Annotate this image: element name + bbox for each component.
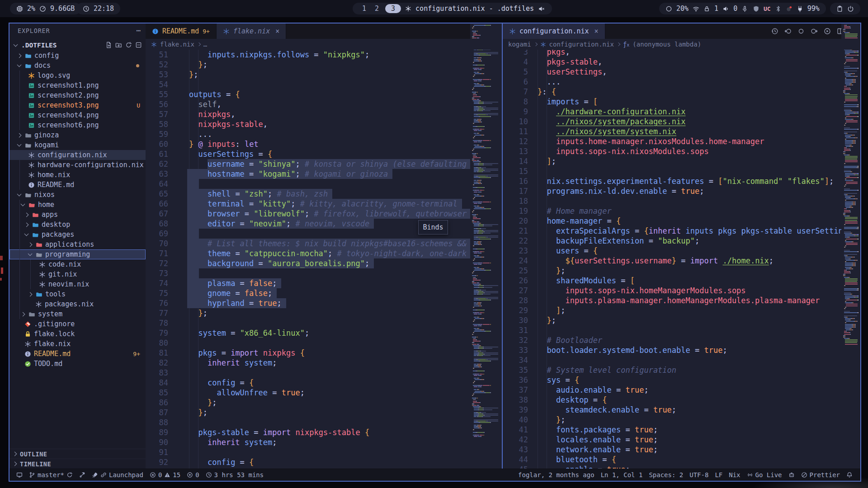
- code-line-19[interactable]: 19 # Home manager: [503, 206, 860, 216]
- run-file-icon[interactable]: [824, 28, 831, 35]
- code-line-15[interactable]: 15: [503, 166, 860, 176]
- code-line-16[interactable]: 16 nix.settings.experimental-features = …: [503, 176, 860, 186]
- lock-icon[interactable]: [703, 5, 710, 12]
- code-line-18[interactable]: 18: [503, 196, 860, 206]
- wifi-icon[interactable]: [693, 5, 699, 12]
- code-line-17[interactable]: 17 programs.nix-ld.dev.enable = true;: [503, 186, 860, 196]
- bluetooth-icon[interactable]: [775, 5, 782, 12]
- timeline-icon[interactable]: [771, 28, 778, 35]
- code-editor-configuration[interactable]: 3 pkgs,4 pkgs-stable,5 userSettings,6 ..…: [503, 50, 860, 469]
- outline-section[interactable]: OUTLINE: [9, 449, 146, 459]
- code-line-70[interactable]: 70 # List all themes: $ nix build nixpkg…: [146, 239, 503, 249]
- explorer-more-actions[interactable]: ⋯: [136, 26, 141, 35]
- tree-item-tools[interactable]: tools: [9, 289, 146, 299]
- breadcrumb-symbol[interactable]: (anonymous lambda): [632, 41, 701, 48]
- code-line-72[interactable]: 72 background = "aurora_borealis.png";: [146, 258, 503, 268]
- collapse-folders-button[interactable]: [135, 42, 142, 48]
- code-editor-flake[interactable]: 51 inputs.nixpkgs.follows = "nixpkgs";52…: [146, 50, 503, 469]
- tree-item-configuration.nix[interactable]: configuration.nix: [9, 150, 146, 160]
- code-line-53[interactable]: 53};: [146, 70, 503, 80]
- clipboard-icon[interactable]: [836, 5, 843, 12]
- code-line-77[interactable]: 77 };: [146, 308, 503, 318]
- code-line-35[interactable]: 35 # System level configuration: [503, 365, 860, 375]
- new-folder-button[interactable]: [115, 42, 122, 48]
- code-line-87[interactable]: 87 };: [146, 408, 503, 418]
- code-line-13[interactable]: 13 inputs.sops-nix.nixosModules.sops: [503, 146, 860, 156]
- tree-item-readme.md[interactable]: README.md: [9, 180, 146, 190]
- speaker-icon[interactable]: [722, 5, 729, 12]
- volume-knob-icon[interactable]: [665, 5, 672, 12]
- tree-item-logo.svg[interactable]: logo.svg: [9, 70, 146, 80]
- code-line-67[interactable]: 67 browser = "librewolf"; # firefox, lib…: [146, 209, 503, 219]
- audio-muted-icon[interactable]: [538, 5, 545, 12]
- code-line-92[interactable]: 92 config = {: [146, 457, 503, 467]
- code-line-14[interactable]: 14 ];: [503, 156, 860, 166]
- code-line-51[interactable]: 51 inputs.nixpkgs.follows = "nixpkgs";: [146, 50, 503, 60]
- notifications-item[interactable]: [843, 472, 856, 478]
- next-change-icon[interactable]: [811, 28, 818, 35]
- code-line-44[interactable]: 44 bluetooth = {: [503, 455, 860, 465]
- power-icon[interactable]: [847, 5, 854, 12]
- code-line-88[interactable]: 88: [146, 418, 503, 427]
- code-line-66[interactable]: 66 terminal = "kitty"; # kitty, alacritt…: [146, 199, 503, 209]
- shield-tray-icon[interactable]: [753, 5, 760, 12]
- refresh-explorer-button[interactable]: [125, 42, 132, 48]
- tree-item-config[interactable]: config: [9, 51, 146, 61]
- launchpad-item[interactable]: Launchpad: [89, 471, 146, 479]
- code-line-85[interactable]: 85 allowUnfree = true;: [146, 388, 503, 398]
- code-line-74[interactable]: 74 plasma = false;: [146, 278, 503, 288]
- minimap[interactable]: [470, 23, 503, 469]
- tree-item-screenshot4.png[interactable]: screenshot4.png: [9, 110, 146, 120]
- tree-item-docs[interactable]: docs: [9, 61, 146, 70]
- remote-indicator[interactable]: [13, 472, 26, 478]
- formatter-item[interactable]: Prettier: [798, 471, 843, 479]
- code-line-31[interactable]: 31: [503, 325, 860, 335]
- breadcrumb-file[interactable]: configuration.nix: [549, 41, 614, 48]
- code-line-90[interactable]: 90 inherit system;: [146, 437, 503, 447]
- tree-item-kogami[interactable]: kogami: [9, 140, 146, 150]
- code-line-30[interactable]: 30 };: [503, 315, 860, 325]
- code-line-10[interactable]: 10 ../nixos/system/packages.nix: [503, 117, 860, 127]
- code-line-79[interactable]: 79 system = "x86_64-linux";: [146, 328, 503, 338]
- tree-item-home.nix[interactable]: home.nix: [9, 170, 146, 180]
- time-tracker-item[interactable]: 3 hrs 53 mins: [203, 471, 267, 479]
- tree-item-flake.nix[interactable]: flake.nix: [9, 339, 146, 349]
- code-line-12[interactable]: 12 inputs.home-manager.nixosModules.home…: [503, 136, 860, 146]
- tree-item-todo.md[interactable]: TODO.md: [9, 359, 146, 369]
- git-blame-item[interactable]: foglar, 2 months ago: [515, 471, 598, 479]
- tree-item-readme.md[interactable]: README.md9+: [9, 349, 146, 359]
- tab-configuration[interactable]: configuration.nix ×: [503, 23, 605, 39]
- code-line-62[interactable]: 62 username = "shinya"; # konsta or shin…: [146, 159, 503, 169]
- close-tab-icon[interactable]: ×: [275, 27, 279, 35]
- tree-item-programming[interactable]: programming: [9, 249, 146, 259]
- tree-item-nixos[interactable]: nixos: [9, 190, 146, 200]
- code-line-76[interactable]: 76 hyprland = true;: [146, 298, 503, 308]
- code-line-63[interactable]: 63 hostname = "kogami"; # kogami or gino…: [146, 169, 503, 179]
- code-line-81[interactable]: 81 pkgs = import nixpkgs {: [146, 348, 503, 358]
- code-line-71[interactable]: 71 theme = "catppuccin-mocha"; # tokyo-n…: [146, 249, 503, 258]
- code-line-43[interactable]: 43 network.enable = true;: [503, 445, 860, 455]
- tree-item-home[interactable]: home: [9, 200, 146, 210]
- cursor-position-item[interactable]: Ln 1, Col 1: [598, 471, 646, 479]
- timeline-section[interactable]: TIMELINE: [9, 459, 146, 469]
- code-line-24[interactable]: 24 ${userSettings.username} = import ./h…: [503, 256, 860, 266]
- code-line-9[interactable]: 9 ./hardware-configuration.nix: [503, 107, 860, 117]
- problems-item[interactable]: 0 15: [146, 471, 184, 479]
- code-line-83[interactable]: 83: [146, 368, 503, 378]
- code-line-20[interactable]: 20 home-manager = {: [503, 216, 860, 226]
- code-line-23[interactable]: 23 users = {: [503, 246, 860, 256]
- tab-flake[interactable]: flake.nix ×: [217, 23, 286, 39]
- uc-tray-icon[interactable]: UC: [764, 5, 771, 12]
- indentation-item[interactable]: Spaces: 2: [646, 471, 686, 479]
- code-line-54[interactable]: 54: [146, 80, 503, 89]
- new-file-button[interactable]: [105, 42, 112, 48]
- tree-item-ginoza[interactable]: ginoza: [9, 130, 146, 140]
- encoding-item[interactable]: UTF-8: [686, 471, 712, 479]
- code-line-28[interactable]: 28 inputs.plasma-manager.homeManagerModu…: [503, 296, 860, 305]
- code-line-5[interactable]: 5 userSettings,: [503, 67, 860, 77]
- code-line-25[interactable]: 25 };: [503, 266, 860, 276]
- git-graph-item[interactable]: [76, 472, 89, 478]
- code-line-59[interactable]: 59 ...: [146, 129, 503, 139]
- code-line-3[interactable]: 3 pkgs,: [503, 50, 860, 57]
- code-line-33[interactable]: 33 boot.loader.systemd-boot.enable = tru…: [503, 345, 860, 355]
